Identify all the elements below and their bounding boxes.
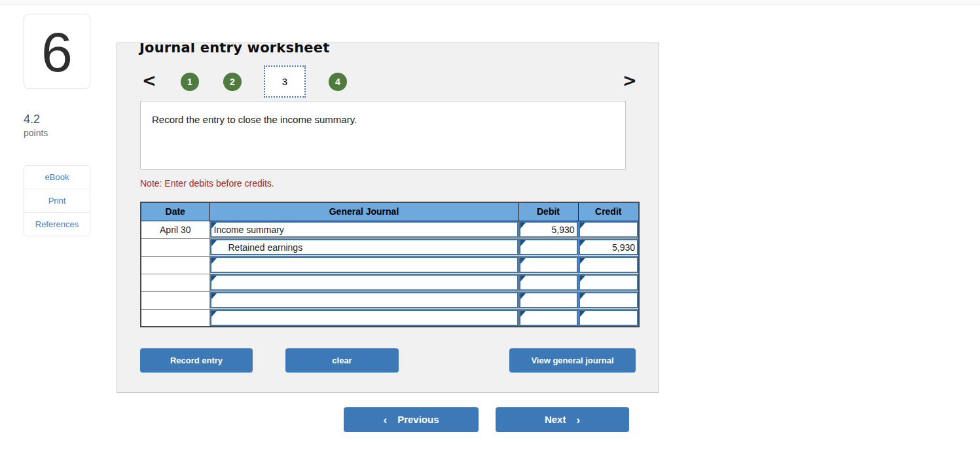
debit-input[interactable] [519, 257, 578, 273]
header-debit: Debit [518, 202, 578, 221]
credit-cell [578, 291, 639, 309]
account-cell: Retained earnings [209, 238, 518, 256]
journal-table: Date General Journal Debit Credit April … [140, 202, 640, 327]
debit-input[interactable] [519, 292, 578, 308]
credit-input[interactable] [579, 221, 639, 238]
cell-marker-triangle-icon [211, 240, 217, 246]
table-row [141, 274, 639, 291]
debit-cell [518, 274, 578, 291]
table-row [141, 291, 639, 309]
credit-input[interactable]: 5,930 [579, 239, 639, 255]
table-row [141, 256, 639, 274]
table-row: Retained earnings5,930 [141, 238, 639, 256]
credit-cell [578, 309, 639, 327]
worksheet-title: Journal entry worksheet [139, 43, 330, 56]
previous-label: Previous [397, 414, 439, 425]
account-input[interactable] [210, 310, 518, 326]
references-button[interactable]: References [24, 213, 90, 236]
step-1[interactable]: 1 [181, 73, 199, 91]
date-cell: April 30 [141, 221, 209, 238]
sidebar-button-group: eBook Print References [24, 165, 90, 236]
account-cell: Income summary [209, 221, 518, 238]
step-2[interactable]: 2 [223, 73, 242, 91]
cell-marker-triangle-icon [520, 311, 526, 317]
cell-marker-triangle-icon [580, 240, 585, 246]
account-input[interactable] [210, 292, 518, 308]
account-cell [209, 274, 518, 291]
question-number-box: 6 [24, 14, 90, 89]
chevron-right-icon: › [576, 414, 580, 426]
print-button[interactable]: Print [24, 189, 90, 213]
date-cell [141, 309, 209, 327]
cell-marker-triangle-icon [211, 276, 217, 282]
account-input[interactable]: Income summary [210, 221, 518, 238]
next-button[interactable]: Next› [496, 407, 629, 432]
cell-marker-triangle-icon [520, 223, 526, 228]
cell-marker-triangle-icon [580, 293, 585, 299]
credit-value: 5,930 [612, 242, 635, 253]
table-header-row: Date General Journal Debit Credit [141, 202, 639, 221]
cell-marker-triangle-icon [520, 293, 526, 299]
account-value: Retained earnings [214, 242, 303, 253]
account-cell [209, 291, 518, 309]
record-entry-button[interactable]: Record entry [140, 348, 253, 373]
date-cell [141, 291, 209, 309]
view-general-journal-button[interactable]: View general journal [509, 348, 636, 373]
date-cell [141, 274, 209, 291]
debit-cell [518, 291, 578, 309]
account-input[interactable] [210, 257, 518, 273]
date-cell [141, 238, 209, 256]
debit-cell [518, 256, 578, 274]
ebook-button[interactable]: eBook [24, 166, 90, 189]
points-value: 4.2 [24, 113, 40, 126]
cell-marker-triangle-icon [211, 258, 217, 264]
cell-marker-triangle-icon [211, 223, 217, 228]
debit-value: 5,930 [551, 225, 574, 235]
credit-cell [578, 274, 639, 291]
chevron-left-icon[interactable]: < [142, 71, 156, 90]
debit-input[interactable]: 5,930 [519, 221, 578, 238]
previous-button[interactable]: ‹Previous [344, 407, 479, 432]
table-row: April 30Income summary5,930 [141, 221, 639, 238]
journal-table-body: April 30Income summary5,930Retained earn… [141, 221, 639, 327]
credit-cell [578, 256, 639, 274]
cell-marker-triangle-icon [580, 276, 585, 282]
top-border-strip [0, 0, 980, 5]
credit-input[interactable] [579, 310, 639, 326]
clear-button[interactable]: clear [285, 348, 399, 373]
credit-cell: 5,930 [578, 238, 639, 256]
cell-marker-triangle-icon [580, 258, 585, 264]
debit-input[interactable] [519, 274, 578, 291]
next-label: Next [545, 414, 566, 425]
debit-input[interactable] [519, 239, 578, 255]
journal-worksheet-panel: Journal entry worksheet < 1 2 3 4 > Reco… [117, 43, 659, 393]
debit-input[interactable] [519, 310, 578, 326]
header-date: Date [141, 202, 209, 221]
account-input[interactable]: Retained earnings [210, 239, 518, 255]
debit-cell [518, 309, 578, 327]
account-cell [209, 256, 518, 274]
instruction-box: Record the entry to close the income sum… [140, 101, 626, 170]
credit-input[interactable] [579, 274, 639, 291]
credit-cell [578, 221, 639, 238]
credit-input[interactable] [579, 292, 639, 308]
cell-marker-triangle-icon [580, 311, 585, 317]
cell-marker-triangle-icon [211, 293, 217, 299]
step-4[interactable]: 4 [329, 73, 347, 91]
chevron-right-icon[interactable]: > [623, 71, 637, 90]
date-cell [141, 256, 209, 274]
header-credit: Credit [578, 202, 639, 221]
account-cell [209, 309, 518, 327]
step-3-active[interactable]: 3 [264, 65, 306, 98]
cell-marker-triangle-icon [520, 276, 526, 282]
account-input[interactable] [210, 274, 518, 291]
debit-cell [518, 238, 578, 256]
cell-marker-triangle-icon [211, 311, 217, 317]
header-general-journal: General Journal [209, 202, 518, 221]
account-value: Income summary [214, 225, 284, 235]
chevron-left-icon: ‹ [383, 414, 387, 426]
credit-input[interactable] [579, 257, 639, 273]
question-number: 6 [41, 24, 73, 80]
note-text: Note: Enter debits before credits. [140, 178, 274, 189]
instruction-text: Record the entry to close the income sum… [141, 101, 625, 137]
